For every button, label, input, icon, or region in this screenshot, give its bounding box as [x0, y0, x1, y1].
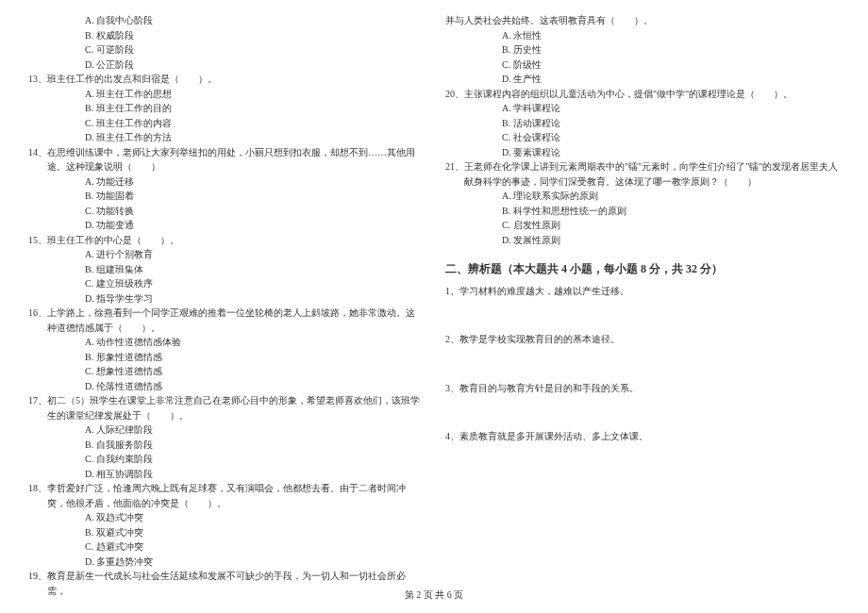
- q19-option-b: B. 历史性: [445, 42, 840, 58]
- q18-option-a: A. 双趋式冲突: [28, 510, 423, 525]
- q16-option-a: A. 动作性道德情感体验: [28, 335, 423, 350]
- q14-option-c: C. 功能转换: [28, 204, 423, 219]
- q13-text: 13、班主任工作的出发点和归宿是（ ）。: [28, 72, 423, 87]
- q14-option-a: A. 功能迁移: [28, 174, 423, 190]
- q14-option-b: B. 功能固着: [28, 189, 423, 204]
- q12-option-b: B. 权威阶段: [28, 28, 423, 43]
- q12-option-a: A. 自我中心阶段: [28, 13, 423, 28]
- q20-text: 20、主张课程内容的组织以儿童活动为中心，提倡"做中学"的课程理论是（ ）。: [445, 87, 840, 102]
- section-2-heading: 二、辨析题（本大题共 4 小题，每小题 8 分，共 32 分）: [445, 260, 840, 278]
- q20-option-a: A. 学科课程论: [445, 101, 840, 116]
- analysis-q3: 3、教育目的与教育方针是目的和手段的关系。: [445, 381, 840, 396]
- q17-option-a: A. 人际纪律阶段: [28, 422, 423, 438]
- q20-option-b: B. 活动课程论: [445, 116, 840, 131]
- q13-option-a: A. 班主任工作的思想: [28, 87, 423, 102]
- q18-option-d: D. 多重趋势冲突: [28, 555, 423, 570]
- q15-option-a: A. 进行个别教育: [28, 247, 423, 262]
- q15-text: 15、班主任工作的中心是（ ）。: [28, 233, 423, 248]
- q21-option-b: B. 科学性和思想性统一的原则: [445, 204, 840, 219]
- analysis-q4: 4、素质教育就是多开展课外活动、多上文体课。: [445, 429, 840, 444]
- q12-option-d: D. 公正阶段: [28, 58, 423, 73]
- q17-option-b: B. 自我服务阶段: [28, 438, 423, 453]
- q18-option-c: C. 趋避式冲突: [28, 539, 423, 555]
- q19-option-c: C. 阶级性: [445, 58, 840, 73]
- q14-text: 14、在思维训练课中，老师让大家列举纽扣的用处，小丽只想到扣衣服，却想不到……其…: [28, 145, 423, 174]
- page-columns: A. 自我中心阶段 B. 权威阶段 C. 可逆阶段 D. 公正阶段 13、班主任…: [28, 13, 840, 598]
- q19-option-d: D. 生产性: [445, 72, 840, 87]
- q18-option-b: B. 双避式冲突: [28, 525, 423, 540]
- q17-option-c: C. 自我约束阶段: [28, 452, 423, 467]
- q14-option-d: D. 功能变通: [28, 218, 423, 233]
- q21-option-d: D. 发展性原则: [445, 233, 840, 248]
- right-column: 并与人类社会共始终。这表明教育具有（ ）。 A. 永恒性 B. 历史性 C. 阶…: [445, 13, 840, 598]
- q17-option-d: D. 相互协调阶段: [28, 467, 423, 482]
- q12-option-c: C. 可逆阶段: [28, 42, 423, 58]
- q16-text: 16、上学路上，徐燕看到一个同学正艰难的推着一位坐轮椅的老人上斜坡路，她非常激动…: [28, 306, 423, 335]
- q16-option-d: D. 伦落性道德情感: [28, 379, 423, 394]
- q18-text: 18、李哲爱好广泛，恰逢周六晚上既有足球赛，又有演唱会，他都想去看。由于二者时间…: [28, 481, 423, 510]
- q21-option-c: C. 启发性原则: [445, 218, 840, 233]
- q20-option-c: C. 社会课程论: [445, 130, 840, 145]
- q19-option-a: A. 永恒性: [445, 28, 840, 43]
- q21-text: 21、王老师在化学课上讲到元素周期表中的"镭"元素时，向学生们介绍了"镭"的发现…: [445, 159, 840, 189]
- q13-option-d: D. 班主任工作的方法: [28, 130, 423, 145]
- q21-option-a: A. 理论联系实际的原则: [445, 189, 840, 204]
- left-column: A. 自我中心阶段 B. 权威阶段 C. 可逆阶段 D. 公正阶段 13、班主任…: [28, 13, 423, 598]
- q17-text: 17、初二（5）班学生在课堂上非常注意自己在老师心目中的形象，希望老师喜欢他们，…: [28, 393, 423, 422]
- analysis-q2: 2、教学是学校实现教育目的的基本途径。: [445, 332, 840, 347]
- analysis-q1: 1、学习材料的难度越大，越难以产生迁移。: [445, 284, 840, 299]
- q19-continuation: 并与人类社会共始终。这表明教育具有（ ）。: [445, 13, 840, 28]
- q15-option-c: C. 建立班级秩序: [28, 276, 423, 291]
- q15-option-d: D. 指导学生学习: [28, 291, 423, 306]
- q16-option-c: C. 想象性道德情感: [28, 364, 423, 379]
- q13-option-c: C. 班主任工作的内容: [28, 116, 423, 131]
- q20-option-d: D. 要素课程论: [445, 145, 840, 160]
- page-footer: 第 2 页 共 6 页: [0, 588, 868, 602]
- q15-option-b: B. 组建班集体: [28, 262, 423, 277]
- q16-option-b: B. 形象性道德情感: [28, 350, 423, 365]
- q13-option-b: B. 班主任工作的目的: [28, 101, 423, 116]
